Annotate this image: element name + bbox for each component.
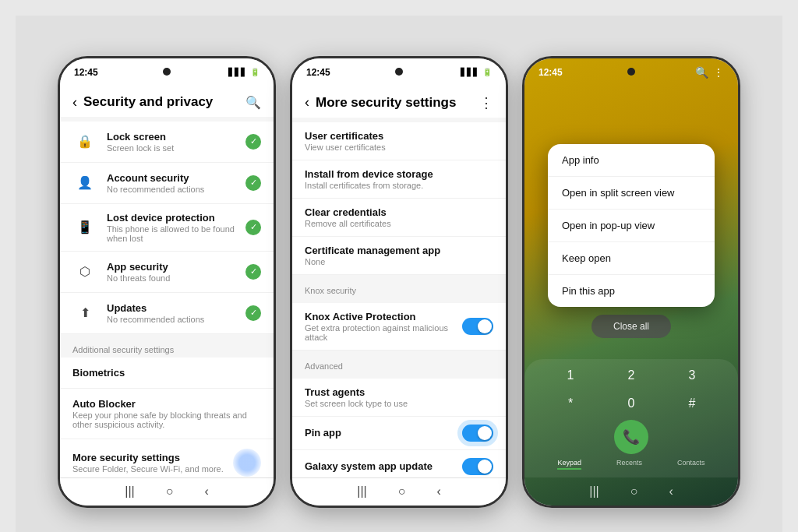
phone2-knox-list: Knox Active Protection Get extra protect… bbox=[292, 303, 506, 351]
phone1: 12:45 ▋▋▋ 🔋 ‹ Security and privacy 🔍 🔒 bbox=[58, 56, 276, 508]
auto-blocker-title: Auto Blocker bbox=[72, 398, 261, 410]
additional-security-label: Additional security settings bbox=[60, 339, 274, 358]
phone3-overlay: 12:45 🔍 ⋮ App info Open in split screen … bbox=[524, 58, 738, 506]
lock-screen-text: Lock screen Screen lock is set bbox=[107, 131, 236, 153]
device-icon: 📱 bbox=[72, 215, 97, 240]
account-security-item[interactable]: 👤 Account security No recommended action… bbox=[60, 163, 274, 204]
phone3-camera bbox=[627, 68, 635, 76]
app-security-subtitle: No threats found bbox=[107, 273, 236, 283]
user-certs-item[interactable]: User certificates View user certificates bbox=[292, 122, 506, 160]
app-security-icon: ⬡ bbox=[72, 259, 97, 284]
phone2-certs-list: User certificates View user certificates… bbox=[292, 122, 506, 275]
dial-key-2[interactable]: 2 bbox=[614, 364, 648, 387]
galaxy-update-toggle[interactable] bbox=[462, 458, 493, 475]
knox-active-toggle[interactable] bbox=[462, 318, 493, 335]
dial-call-row: 📞 bbox=[540, 420, 722, 454]
install-storage-item[interactable]: Install from device storage Install cert… bbox=[292, 160, 506, 199]
phone1-time: 12:45 bbox=[74, 67, 98, 78]
app-security-item[interactable]: ⬡ App security No threats found ✓ bbox=[60, 252, 274, 293]
app-security-title: App security bbox=[107, 261, 236, 273]
biometrics-title: Biometrics bbox=[72, 367, 261, 379]
phone3-status-icons: 🔍 ⋮ bbox=[695, 66, 724, 79]
phone3-status-bar: 12:45 🔍 ⋮ bbox=[524, 58, 738, 86]
phone2-content: ‹ More security settings ⋮ User certific… bbox=[292, 86, 506, 477]
dial-key-3[interactable]: 3 bbox=[675, 364, 709, 387]
account-security-title: Account security bbox=[107, 172, 236, 184]
dial-tab-keypad[interactable]: Keypad bbox=[557, 459, 581, 470]
user-certs-subtitle: View user certificates bbox=[305, 143, 493, 152]
knox-active-item[interactable]: Knox Active Protection Get extra protect… bbox=[292, 303, 506, 351]
knox-active-title: Knox Active Protection bbox=[305, 311, 453, 322]
clear-credentials-subtitle: Remove all certificates bbox=[305, 219, 493, 228]
call-button[interactable]: 📞 bbox=[614, 420, 648, 454]
install-storage-subtitle: Install certificates from storage. bbox=[305, 181, 493, 190]
phone2-nav-home[interactable]: ○ bbox=[398, 484, 406, 499]
dial-tab-contacts[interactable]: Contacts bbox=[677, 459, 705, 470]
phone2-time: 12:45 bbox=[306, 67, 330, 78]
phone3: 12:45 🔍 ⋮ App info Open in split screen … bbox=[522, 56, 740, 508]
biometrics-text: Biometrics bbox=[72, 367, 261, 379]
lock-screen-subtitle: Screen lock is set bbox=[107, 143, 236, 153]
phone1-nav-bar: ||| ○ ‹ bbox=[60, 477, 274, 506]
phone2-nav-bar: ||| ○ ‹ bbox=[292, 477, 506, 506]
lock-icon: 🔒 bbox=[72, 129, 97, 154]
dial-key-0[interactable]: 0 bbox=[614, 392, 648, 415]
account-security-subtitle: No recommended actions bbox=[107, 185, 236, 194]
dial-key-star[interactable]: * bbox=[553, 392, 588, 415]
context-split-screen[interactable]: Open in split screen view bbox=[548, 177, 715, 210]
updates-check: ✓ bbox=[245, 305, 261, 321]
updates-item[interactable]: ⬆ Updates No recommended actions ✓ bbox=[60, 293, 274, 334]
pin-app-item[interactable]: Pin app bbox=[292, 417, 506, 450]
nav-recent-icon[interactable]: ||| bbox=[125, 484, 134, 499]
phone1-main-list: 🔒 Lock screen Screen lock is set ✓ 👤 Acc… bbox=[60, 122, 274, 334]
account-security-text: Account security No recommended actions bbox=[107, 172, 236, 194]
install-storage-title: Install from device storage bbox=[305, 168, 493, 180]
user-certs-text: User certificates View user certificates bbox=[305, 130, 493, 152]
phone2-nav-back[interactable]: ‹ bbox=[436, 484, 440, 499]
galaxy-update-item[interactable]: Galaxy system app update bbox=[292, 450, 506, 477]
auto-blocker-item[interactable]: Auto Blocker Keep your phone safe by blo… bbox=[60, 389, 274, 439]
pin-app-toggle[interactable] bbox=[462, 425, 493, 442]
dial-key-hash[interactable]: # bbox=[675, 392, 709, 415]
user-certs-title: User certificates bbox=[305, 130, 493, 142]
search-icon[interactable]: 🔍 bbox=[245, 95, 261, 110]
phone3-nav-recent[interactable]: ||| bbox=[589, 484, 598, 499]
dial-key-1[interactable]: 1 bbox=[553, 364, 588, 387]
app-security-text: App security No threats found bbox=[107, 261, 236, 283]
nav-home-icon[interactable]: ○ bbox=[166, 484, 174, 499]
dial-row1: 1 2 3 bbox=[540, 364, 722, 387]
ripple-animation bbox=[233, 449, 261, 477]
more-options-icon[interactable]: ⋮ bbox=[479, 94, 493, 111]
account-icon: 👤 bbox=[72, 171, 97, 196]
phone3-nav-back[interactable]: ‹ bbox=[669, 484, 673, 499]
biometrics-item[interactable]: Biometrics bbox=[60, 358, 274, 389]
back-arrow-icon[interactable]: ‹ bbox=[72, 94, 77, 111]
trust-agents-title: Trust agents bbox=[305, 386, 493, 398]
phone1-status-icons: ▋▋▋ 🔋 bbox=[228, 68, 260, 76]
cert-mgmt-item[interactable]: Certificate management app None bbox=[292, 237, 506, 275]
nav-back-icon[interactable]: ‹ bbox=[204, 484, 208, 499]
lock-screen-item[interactable]: 🔒 Lock screen Screen lock is set ✓ bbox=[60, 122, 274, 163]
pin-app-title: Pin app bbox=[305, 427, 453, 439]
context-keep-open[interactable]: Keep open bbox=[548, 242, 715, 275]
phone3-nav-home[interactable]: ○ bbox=[630, 484, 638, 499]
lost-device-title: Lost device protection bbox=[107, 212, 236, 224]
phone3-nav-bar: ||| ○ ‹ bbox=[524, 477, 738, 506]
phone2-header: ‹ More security settings ⋮ bbox=[292, 86, 506, 118]
phone1-header-left: ‹ Security and privacy bbox=[72, 94, 213, 111]
updates-title: Updates bbox=[107, 302, 236, 314]
auto-blocker-text: Auto Blocker Keep your phone safe by blo… bbox=[72, 398, 261, 429]
phone2-nav-recent[interactable]: ||| bbox=[357, 484, 366, 499]
dial-tab-recents[interactable]: Recents bbox=[616, 459, 642, 470]
context-popup-view[interactable]: Open in pop-up view bbox=[548, 210, 715, 242]
more-security-item[interactable]: More security settings Secure Folder, Se… bbox=[60, 439, 274, 477]
context-app-info[interactable]: App info bbox=[548, 144, 715, 177]
trust-agents-item[interactable]: Trust agents Set screen lock type to use bbox=[292, 379, 506, 417]
lost-device-item[interactable]: 📱 Lost device protection This phone is a… bbox=[60, 204, 274, 252]
app-security-check: ✓ bbox=[245, 264, 261, 280]
close-all-button[interactable]: Close all bbox=[591, 315, 671, 338]
lost-device-check: ✓ bbox=[245, 220, 261, 235]
clear-credentials-item[interactable]: Clear credentials Remove all certificate… bbox=[292, 199, 506, 237]
context-pin-app[interactable]: Pin this app bbox=[548, 275, 715, 307]
phone2-back-icon[interactable]: ‹ bbox=[305, 94, 309, 111]
